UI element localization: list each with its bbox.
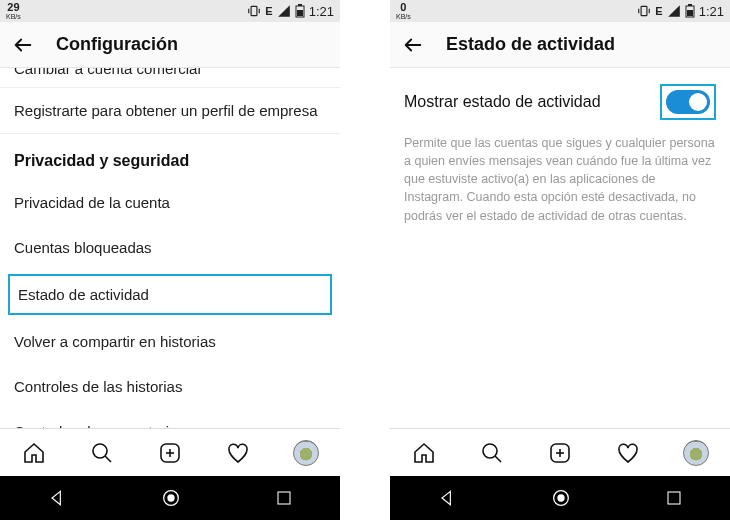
search-icon[interactable] (89, 440, 115, 466)
vibrate-icon (247, 4, 261, 18)
nav-back-icon[interactable] (437, 488, 457, 508)
heart-icon[interactable] (225, 440, 251, 466)
svg-line-21 (495, 456, 501, 462)
android-nav-bar (0, 476, 340, 520)
svg-point-26 (557, 494, 564, 501)
phone-right: 0 KB/s E 1:21 Estado de actividad Mostra… (390, 0, 730, 520)
svg-rect-19 (687, 10, 693, 16)
heart-icon[interactable] (615, 440, 641, 466)
profile-avatar[interactable] (293, 440, 319, 466)
speed-value: 29 (7, 2, 19, 13)
status-icons: E 1:21 (247, 4, 334, 19)
speed-unit: KB/s (396, 13, 411, 20)
back-icon[interactable] (402, 34, 424, 56)
phone-left: 29 KB/s E 1:21 Configuración Cambiar a c… (0, 0, 340, 520)
page-title: Estado de actividad (446, 34, 615, 55)
list-item-story-controls[interactable]: Controles de las historias (0, 364, 340, 409)
home-icon[interactable] (411, 440, 437, 466)
network-type: E (655, 5, 662, 17)
search-icon[interactable] (479, 440, 505, 466)
status-bar: 29 KB/s E 1:21 (0, 0, 340, 22)
svg-point-6 (93, 444, 107, 458)
list-item-cut[interactable]: Cambiar a cuenta comercial (0, 68, 340, 88)
back-icon[interactable] (12, 34, 34, 56)
list-item-activity-status[interactable]: Estado de actividad (8, 274, 332, 315)
nav-recent-icon[interactable] (275, 489, 293, 507)
home-icon[interactable] (21, 440, 47, 466)
list-item-blocked[interactable]: Cuentas bloqueadas (0, 225, 340, 270)
speed-value: 0 (400, 2, 406, 13)
android-nav-bar (390, 476, 730, 520)
status-icons: E 1:21 (637, 4, 724, 19)
svg-line-7 (105, 456, 111, 462)
settings-list[interactable]: Cambiar a cuenta comercial Registrarte p… (0, 68, 340, 428)
app-bar: Configuración (0, 22, 340, 68)
list-item-register[interactable]: Registrarte para obtener un perfil de em… (0, 88, 340, 133)
setting-label: Mostrar estado de actividad (404, 93, 601, 111)
network-speed: 0 KB/s (396, 2, 411, 20)
svg-rect-0 (251, 6, 257, 15)
network-speed: 29 KB/s (6, 2, 21, 20)
battery-icon (685, 4, 695, 18)
page-title: Configuración (56, 34, 178, 55)
svg-rect-4 (298, 4, 302, 6)
nav-back-icon[interactable] (47, 488, 67, 508)
setting-description: Permite que las cuentas que sigues y cua… (390, 130, 730, 229)
tab-bar (0, 428, 340, 476)
list-item-reshare[interactable]: Volver a compartir en historias (0, 319, 340, 364)
setting-row-activity: Mostrar estado de actividad (390, 68, 730, 130)
svg-rect-13 (278, 492, 290, 504)
list-item-comment-controls[interactable]: Controles de comentarios (0, 409, 340, 428)
add-icon[interactable] (157, 440, 183, 466)
svg-rect-5 (297, 10, 303, 16)
speed-unit: KB/s (6, 13, 21, 20)
nav-home-icon[interactable] (550, 487, 572, 509)
svg-point-20 (483, 444, 497, 458)
section-header-privacy: Privacidad y seguridad (0, 133, 340, 180)
network-type: E (265, 5, 272, 17)
tab-bar (390, 428, 730, 476)
status-bar: 0 KB/s E 1:21 (390, 0, 730, 22)
signal-icon (667, 4, 681, 18)
add-icon[interactable] (547, 440, 573, 466)
svg-point-12 (167, 494, 174, 501)
list-item-privacy[interactable]: Privacidad de la cuenta (0, 180, 340, 225)
profile-avatar[interactable] (683, 440, 709, 466)
svg-rect-27 (668, 492, 680, 504)
app-bar: Estado de actividad (390, 22, 730, 68)
activity-status-toggle[interactable] (666, 90, 710, 114)
svg-rect-14 (641, 6, 647, 15)
svg-rect-18 (688, 4, 692, 6)
signal-icon (277, 4, 291, 18)
vibrate-icon (637, 4, 651, 18)
nav-recent-icon[interactable] (665, 489, 683, 507)
clock: 1:21 (699, 4, 724, 19)
toggle-highlight (660, 84, 716, 120)
activity-status-panel: Mostrar estado de actividad Permite que … (390, 68, 730, 428)
clock: 1:21 (309, 4, 334, 19)
nav-home-icon[interactable] (160, 487, 182, 509)
battery-icon (295, 4, 305, 18)
